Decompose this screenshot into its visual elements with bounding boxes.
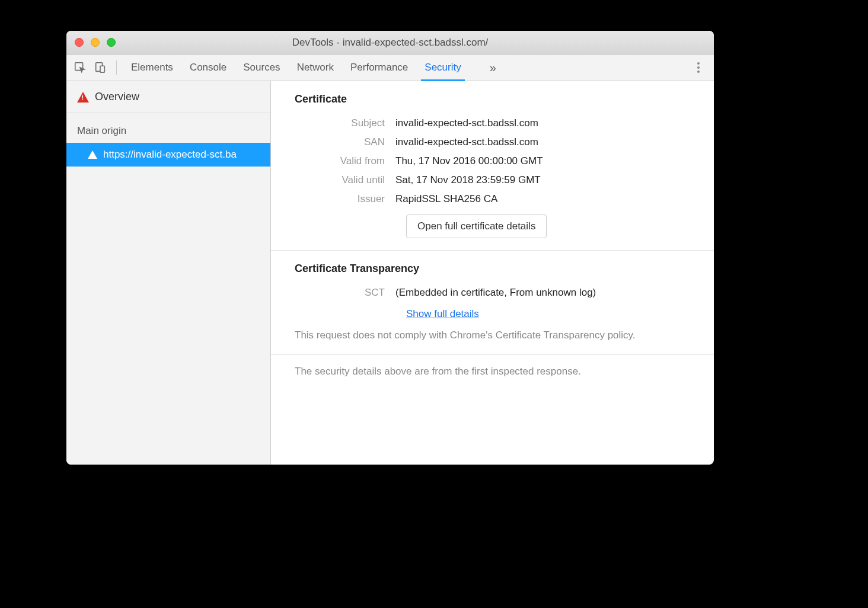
ct-value: (Embedded in certificate, From unknown l… [395,287,696,299]
devtools-window: DevTools - invalid-expected-sct.badssl.c… [66,31,714,465]
device-toggle-icon[interactable] [92,60,108,75]
toolbar-divider [116,60,117,75]
tab-elements[interactable]: Elements [131,55,173,81]
ct-panel: Certificate Transparency SCT (Embedded i… [271,251,714,355]
devtools-toolbar: Elements Console Sources Network Perform… [66,55,714,81]
cert-row-valid-until: Valid until Sat, 17 Nov 2018 23:59:59 GM… [295,171,696,190]
security-sidebar: Overview Main origin https://invalid-exp… [66,81,271,465]
cert-row-san: SAN invalid-expected-sct.badssl.com [295,133,696,152]
cert-value: RapidSSL SHA256 CA [395,193,696,205]
ct-warning: This request does not comply with Chrome… [295,328,696,343]
cert-row-subject: Subject invalid-expected-sct.badssl.com [295,114,696,133]
cert-label: Subject [295,117,395,129]
more-options-icon[interactable] [693,62,708,73]
inspect-element-icon[interactable] [72,60,88,75]
origin-warning-icon [88,151,97,159]
cert-button-row: Open full certificate details [295,215,696,238]
panel-tabs: Elements Console Sources Network Perform… [131,55,496,81]
svg-rect-2 [100,66,104,72]
tab-network[interactable]: Network [297,55,334,81]
cert-label: Issuer [295,193,395,205]
titlebar: DevTools - invalid-expected-sct.badssl.c… [66,31,714,55]
cert-value: invalid-expected-sct.badssl.com [395,117,696,129]
ct-row-sct: SCT (Embedded in certificate, From unkno… [295,283,696,302]
ct-label: SCT [295,287,395,299]
minimize-window-button[interactable] [91,38,100,47]
traffic-lights [66,38,116,47]
sidebar-origin-item[interactable]: https://invalid-expected-sct.ba [66,143,270,167]
cert-row-valid-from: Valid from Thu, 17 Nov 2016 00:00:00 GMT [295,152,696,171]
ct-link-row: Show full details [295,308,696,320]
tab-performance[interactable]: Performance [350,55,408,81]
show-full-details-link[interactable]: Show full details [406,308,479,319]
certificate-panel: Certificate Subject invalid-expected-sct… [271,81,714,251]
ct-heading: Certificate Transparency [295,263,696,275]
zoom-window-button[interactable] [107,38,116,47]
tab-console[interactable]: Console [190,55,226,81]
cert-row-issuer: Issuer RapidSSL SHA256 CA [295,190,696,209]
cert-label: Valid from [295,155,395,167]
footer-note: The security details above are from the … [271,355,714,388]
sidebar-section-label: Main origin [66,113,270,143]
close-window-button[interactable] [75,38,84,47]
cert-value: Thu, 17 Nov 2016 00:00:00 GMT [395,155,696,167]
tab-security[interactable]: Security [425,55,461,81]
security-main: Certificate Subject invalid-expected-sct… [271,81,714,465]
warning-icon [77,92,89,103]
overview-label: Overview [95,91,139,103]
window-title: DevTools - invalid-expected-sct.badssl.c… [66,37,714,49]
cert-value: Sat, 17 Nov 2018 23:59:59 GMT [395,174,696,186]
cert-label: SAN [295,136,395,148]
cert-value: invalid-expected-sct.badssl.com [395,136,696,148]
open-certificate-button[interactable]: Open full certificate details [406,215,547,238]
origin-url: https://invalid-expected-sct.ba [103,149,237,161]
tab-sources[interactable]: Sources [243,55,280,81]
cert-label: Valid until [295,174,395,186]
tabs-overflow[interactable]: » [490,61,496,75]
certificate-heading: Certificate [295,93,696,105]
panel-body: Overview Main origin https://invalid-exp… [66,81,714,465]
sidebar-overview[interactable]: Overview [66,81,270,113]
